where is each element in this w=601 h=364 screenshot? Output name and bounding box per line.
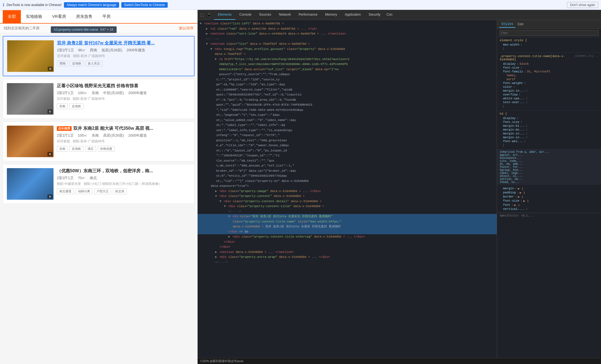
dom-tag: <div (215, 47, 222, 51)
dom-text: pe":19,"hp_type"::"220","ax_type"::&qu (216, 83, 285, 86)
area-info: 100㎡ (78, 91, 88, 95)
cursor-icon[interactable]: ⬚ (200, 12, 204, 18)
dom-line: uot;","label_info_type"::"","is_expandin… (198, 128, 497, 133)
style-prop: display: block (500, 62, 598, 66)
dom-arrow[interactable]: ▶ (228, 235, 230, 238)
tabs-bar: 全部 实地核验 VR看房 房东急售 平房 (0, 10, 197, 24)
dom-arrow[interactable]: ▼ (224, 205, 226, 208)
tab-performance[interactable]: Performance (295, 10, 321, 20)
bottom-bar: CSDN @看到我请叫我去学javaI (198, 358, 601, 364)
property-title[interactable]: （优惠50W）东南三环，双地铁，低密洋房，南... (57, 168, 190, 174)
image-tool-btn[interactable]: ⊞ (48, 67, 53, 71)
dom-text: e_a","title_idx"::"0","owner_house_id&qu (216, 144, 289, 147)
tab-sources[interactable]: Sources (255, 10, 275, 20)
dom-attr-name: tongji_tag (224, 47, 242, 51)
tab-console[interactable]: Console (235, 10, 255, 20)
property-title[interactable]: 正看小区绿地 视野采光无遮挡 价格有惊喜 (57, 83, 190, 89)
style-prop: overflow: (500, 93, 598, 97)
dom-attr-name: href (224, 58, 232, 61)
dom-line: ▶ <section data-v-51040db9 > ... </secti… (198, 250, 497, 255)
dismiss-button[interactable]: Don't show again (567, 2, 598, 8)
style-prop: font-wei...: (500, 139, 598, 143)
tab-elements[interactable]: Elements (214, 10, 235, 20)
style-prop: margin-bl...: (500, 124, 598, 128)
computed-block: margin: ▶ i padding: ▶ i border: ▶ i fon… (497, 185, 601, 213)
dom-line: n"::0,"pos"::0,"trading_area_ids"::0,"fo… (198, 97, 497, 103)
tab-all[interactable]: 全部 (3, 10, 21, 23)
dom-arrow[interactable]: ▶ (215, 250, 217, 254)
dom-arrow[interactable]: ▼ (228, 215, 230, 218)
dom-line-selected: class="property-content-title-name" styl… (198, 219, 497, 224)
dom-attr-name: data-v-51040db9 (233, 225, 260, 228)
tab-urgent[interactable]: 房东急售 (71, 10, 97, 23)
image-tools: ⊞ (47, 152, 52, 156)
dom-panel[interactable]: ▼ <section class="list-left" data-v-9a89… (198, 20, 497, 358)
dom-arrow[interactable]: ▼ (215, 194, 217, 198)
dom-line: ot;::"0","layout_id"::"0","ps_loupan_id (198, 148, 497, 153)
room-info: 2室2厅1卫 (57, 48, 74, 53)
dom-tag-close: > (303, 194, 305, 198)
sort-label[interactable]: 默认排序 (179, 26, 193, 31)
community: 朝阳-中建星光里 (57, 182, 81, 186)
image-tool-btn[interactable]: ⊞ (47, 109, 52, 114)
tab-memory[interactable]: Memory (321, 10, 341, 20)
dom-line: e_a","title_idx"::"0","owner_house_id&qu (198, 143, 497, 148)
dom-tag: <div (219, 255, 226, 259)
style-prop: serif (500, 77, 598, 81)
dom-attr-name: class (287, 47, 296, 51)
tab-flat[interactable]: 平房 (97, 10, 116, 23)
dom-attr-name: data-v-51040db9 (318, 47, 345, 51)
styles-tab[interactable]: Styles (499, 21, 515, 28)
style-prop: font-size: (500, 66, 598, 70)
match-language-button[interactable]: Always match Chrome's language (64, 2, 119, 8)
filter-input[interactable] (499, 30, 599, 36)
styles-panel: Styles Con element.style { max-width : } (497, 20, 601, 358)
style-prop: margin: ▶ i (500, 187, 598, 191)
dom-line: <!----> (198, 36, 497, 42)
dom-arrow[interactable]: ▼ (220, 200, 221, 203)
dom-attr-name: class (233, 220, 242, 223)
tab-network[interactable]: Network (275, 10, 295, 20)
dom-ellipsis: ... (303, 190, 310, 193)
dom-arrow[interactable]: ▼ (215, 58, 217, 61)
direction-info: 东南 (92, 133, 99, 138)
dom-arrow[interactable]: ▼ (210, 47, 212, 51)
dom-attr-name: class (241, 235, 251, 238)
style-prop: font-size: ▶ i (500, 199, 598, 203)
dom-line: ▶ <div class="property-image" data-v-510… (198, 189, 497, 194)
district: 朝阳-小红门-朝阳区东南三环小红门路（和谐苑南侧） (84, 182, 162, 186)
dom-attr-value: "tab" (228, 27, 237, 30)
dom-attr-value: "property-content-title-name" (244, 220, 296, 223)
tab-verify[interactable]: 实地核验 (21, 10, 47, 23)
tab-lighthouse[interactable]: Con (384, 10, 395, 20)
tag-discount: 价格优惠 (98, 146, 115, 152)
dom-arrow[interactable]: ▶ (215, 255, 217, 259)
property-title[interactable]: 双井 急售2居 首付167w 全屋采光 开阔无遮挡 看... (57, 40, 190, 46)
devtools-icons: ⬚ 📱 (198, 10, 214, 20)
phone-icon[interactable]: 📱 (206, 12, 212, 18)
computed-tab[interactable]: Con (515, 21, 526, 27)
dom-text: ot;::"0","layout_id"::"0","ps_loupan_id (216, 149, 287, 152)
notification-bar: ℹ DevTools is now available in Chinese! … (0, 0, 601, 10)
tab-application[interactable]: Application (341, 10, 365, 20)
dom-attr-name: data-v-a34e17de data-v-9a8987b8 (239, 27, 296, 30)
image-tool-btn[interactable]: ⊞ (47, 152, 52, 156)
style-prop: font-size: (500, 120, 598, 124)
dom-tag-close: > (308, 42, 310, 46)
image-tool-btn[interactable]: ⊞ (47, 194, 52, 199)
dom-arrow[interactable]: ▶ (206, 27, 208, 30)
switch-devtools-button[interactable]: Switch DevTools to Chinese (121, 2, 168, 8)
style-prop: padding: ▶ i (500, 191, 598, 195)
property-title[interactable]: 店长推荐双井 东南2居 能大谈 可代350w 高层 视... (57, 126, 190, 131)
dom-attr-value: "esf_list" (266, 68, 284, 71)
tab-security[interactable]: Security (365, 10, 384, 20)
tab-vr[interactable]: VR看房 (47, 10, 71, 23)
dom-arrow[interactable]: ▶ (206, 32, 208, 35)
dom-line-selected[interactable]: ▼ <h3 title="双井 急售2居 首付167w 全屋采光 开阔无遮挡 看… (198, 214, 497, 219)
dom-arrow[interactable]: ▼ (200, 22, 202, 25)
style-prop: color: (500, 85, 598, 89)
dom-line: ▼ <div class="property-content-title" da… (198, 204, 497, 209)
dom-arrow[interactable]: ▶ (215, 190, 217, 193)
year-info: 2005年建造 (128, 133, 147, 138)
dom-arrow[interactable]: ▼ (206, 42, 208, 46)
